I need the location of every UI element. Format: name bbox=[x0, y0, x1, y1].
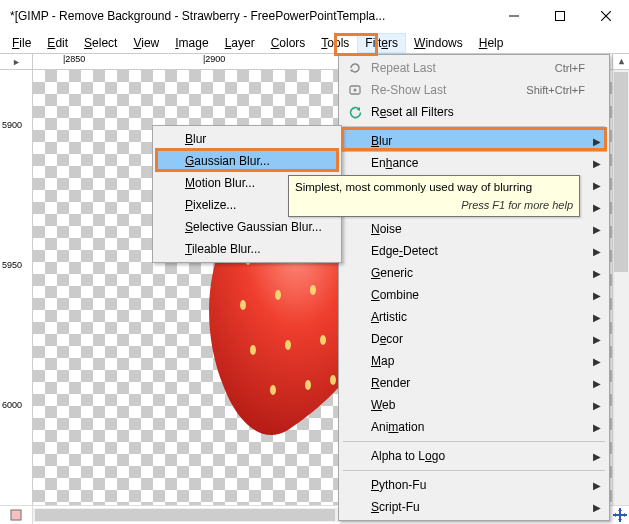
menu-item-label: Artistic bbox=[371, 310, 407, 324]
submenu-arrow-icon: ▶ bbox=[593, 158, 601, 169]
close-button[interactable] bbox=[583, 0, 629, 32]
menu-item-label: Pixelize... bbox=[185, 198, 236, 212]
filters-item-web[interactable]: Web▶ bbox=[341, 394, 607, 416]
submenu-arrow-icon: ▶ bbox=[593, 246, 601, 257]
menu-tools[interactable]: Tools bbox=[313, 33, 357, 53]
navigation-preview-icon[interactable] bbox=[610, 506, 629, 525]
blur-item-tileable-blur-[interactable]: Tileable Blur... bbox=[155, 238, 339, 260]
submenu-arrow-icon: ▶ bbox=[593, 268, 601, 279]
menu-select[interactable]: Select bbox=[76, 33, 125, 53]
filters-item-animation[interactable]: Animation▶ bbox=[341, 416, 607, 438]
vertical-scrollbar[interactable] bbox=[612, 70, 629, 505]
menu-colors[interactable]: Colors bbox=[263, 33, 314, 53]
svg-point-20 bbox=[250, 345, 256, 355]
svg-point-17 bbox=[310, 285, 316, 295]
filters-item-re-show-last: Re-Show LastShift+Ctrl+F bbox=[341, 79, 607, 101]
tooltip-help: Press F1 for more help bbox=[295, 198, 573, 213]
filters-item-map[interactable]: Map▶ bbox=[341, 350, 607, 372]
menu-item-label: Noise bbox=[371, 222, 402, 236]
vscroll-thumb[interactable] bbox=[614, 72, 628, 272]
menu-shortcut: Shift+Ctrl+F bbox=[526, 84, 585, 96]
svg-marker-4 bbox=[13, 60, 18, 65]
svg-marker-32 bbox=[618, 519, 622, 522]
hscroll-thumb[interactable] bbox=[35, 509, 335, 521]
reset-icon bbox=[347, 104, 363, 120]
menu-item-label: Combine bbox=[371, 288, 419, 302]
quick-mask-toggle[interactable] bbox=[612, 54, 629, 69]
menu-item-label: Selective Gaussian Blur... bbox=[185, 220, 322, 234]
menu-separator bbox=[343, 441, 605, 442]
submenu-arrow-icon: ▶ bbox=[593, 378, 601, 389]
svg-point-24 bbox=[270, 385, 276, 395]
menu-item-label: Reset all Filters bbox=[371, 105, 454, 119]
filters-item-decor[interactable]: Decor▶ bbox=[341, 328, 607, 350]
menu-file[interactable]: File bbox=[4, 33, 39, 53]
minimize-button[interactable] bbox=[491, 0, 537, 32]
submenu-arrow-icon: ▶ bbox=[593, 202, 601, 213]
svg-marker-31 bbox=[618, 508, 622, 511]
svg-point-21 bbox=[285, 340, 291, 350]
submenu-arrow-icon: ▶ bbox=[593, 451, 601, 462]
menu-item-label: Web bbox=[371, 398, 395, 412]
vruler-tick: 6000 bbox=[2, 400, 22, 410]
svg-point-26 bbox=[330, 375, 336, 385]
origin-toggle[interactable] bbox=[0, 54, 33, 71]
window-titlebar: *[GIMP - Remove Background - Strawberry … bbox=[0, 0, 629, 32]
menu-item-label: Gaussian Blur... bbox=[185, 154, 270, 168]
filters-item-render[interactable]: Render▶ bbox=[341, 372, 607, 394]
blur-item-gaussian-blur-[interactable]: Gaussian Blur... bbox=[155, 150, 339, 172]
quick-mask-icon[interactable] bbox=[0, 506, 33, 525]
submenu-arrow-icon: ▶ bbox=[593, 290, 601, 301]
maximize-button[interactable] bbox=[537, 0, 583, 32]
svg-point-25 bbox=[305, 380, 311, 390]
filters-item-alpha-to-logo[interactable]: Alpha to Logo▶ bbox=[341, 445, 607, 467]
filters-item-generic[interactable]: Generic▶ bbox=[341, 262, 607, 284]
submenu-arrow-icon: ▶ bbox=[593, 502, 601, 513]
menu-separator bbox=[343, 126, 605, 127]
vruler-tick: 5900 bbox=[2, 120, 22, 130]
filters-item-combine[interactable]: Combine▶ bbox=[341, 284, 607, 306]
svg-point-38 bbox=[354, 89, 357, 92]
menu-item-label: Generic bbox=[371, 266, 413, 280]
main-menubar: FileEditSelectViewImageLayerColorsToolsF… bbox=[0, 32, 629, 53]
filters-item-enhance[interactable]: Enhance▶ bbox=[341, 152, 607, 174]
menu-item-label: Repeat Last bbox=[371, 61, 436, 75]
filters-item-noise[interactable]: Noise▶ bbox=[341, 218, 607, 240]
filters-menu[interactable]: Repeat LastCtrl+FRe-Show LastShift+Ctrl+… bbox=[338, 54, 610, 521]
window-controls bbox=[491, 0, 629, 32]
menu-item-label: Python-Fu bbox=[371, 478, 426, 492]
window-title: *[GIMP - Remove Background - Strawberry … bbox=[10, 9, 491, 23]
submenu-arrow-icon: ▶ bbox=[593, 480, 601, 491]
submenu-arrow-icon: ▶ bbox=[593, 400, 601, 411]
menu-view[interactable]: View bbox=[125, 33, 167, 53]
menu-separator bbox=[343, 470, 605, 471]
repeat-icon bbox=[347, 60, 363, 76]
reshow-icon bbox=[347, 82, 363, 98]
menu-item-label: Animation bbox=[371, 420, 424, 434]
menu-filters[interactable]: Filters bbox=[357, 33, 406, 53]
menu-item-label: Alpha to Logo bbox=[371, 449, 445, 463]
menu-layer[interactable]: Layer bbox=[217, 33, 263, 53]
blur-item-selective-gaussian-blur-[interactable]: Selective Gaussian Blur... bbox=[155, 216, 339, 238]
filters-item-edge-detect[interactable]: Edge-Detect▶ bbox=[341, 240, 607, 262]
svg-point-22 bbox=[320, 335, 326, 345]
menu-windows[interactable]: Windows bbox=[406, 33, 471, 53]
menu-image[interactable]: Image bbox=[167, 33, 216, 53]
tooltip: Simplest, most commonly used way of blur… bbox=[288, 175, 580, 217]
submenu-arrow-icon: ▶ bbox=[593, 224, 601, 235]
menu-edit[interactable]: Edit bbox=[39, 33, 76, 53]
filters-item-python-fu[interactable]: Python-Fu▶ bbox=[341, 474, 607, 496]
menu-item-label: Tileable Blur... bbox=[185, 242, 261, 256]
hruler-tick: |2850 bbox=[63, 54, 85, 64]
filters-item-artistic[interactable]: Artistic▶ bbox=[341, 306, 607, 328]
filters-item-reset-all-filters[interactable]: Reset all Filters bbox=[341, 101, 607, 123]
svg-marker-33 bbox=[613, 513, 616, 517]
blur-item-blur[interactable]: Blur bbox=[155, 128, 339, 150]
filters-item-script-fu[interactable]: Script-Fu▶ bbox=[341, 496, 607, 518]
svg-marker-5 bbox=[618, 59, 623, 64]
submenu-arrow-icon: ▶ bbox=[593, 136, 601, 147]
menu-item-label: Edge-Detect bbox=[371, 244, 438, 258]
filters-item-blur[interactable]: Blur▶ bbox=[341, 130, 607, 152]
submenu-arrow-icon: ▶ bbox=[593, 422, 601, 433]
menu-help[interactable]: Help bbox=[471, 33, 512, 53]
